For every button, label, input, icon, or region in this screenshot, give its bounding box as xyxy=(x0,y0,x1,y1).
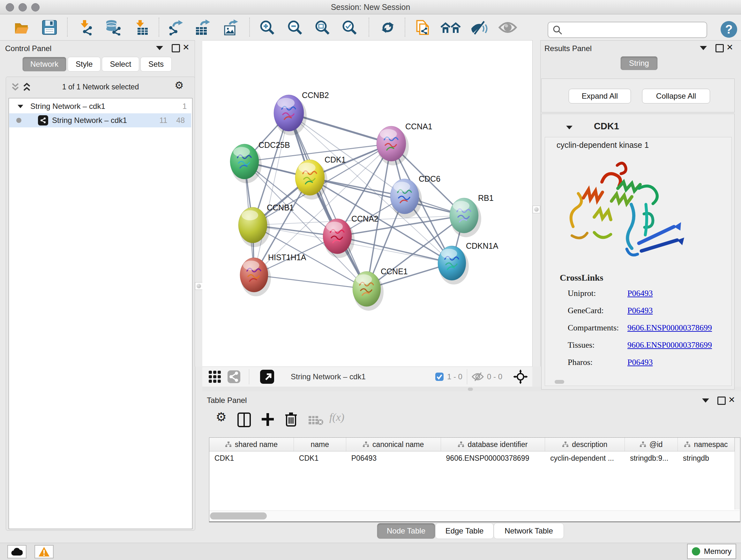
export-table-icon[interactable] xyxy=(195,19,211,36)
selected-checkbox-icon[interactable] xyxy=(435,372,444,381)
column-header-name[interactable]: name xyxy=(294,438,346,451)
left-splitter[interactable] xyxy=(195,40,203,367)
open-session-icon[interactable] xyxy=(13,19,29,36)
grid-view-icon[interactable] xyxy=(208,370,221,383)
memory-button[interactable]: Memory xyxy=(687,544,736,559)
collapse-all-button[interactable]: Collapse All xyxy=(642,89,710,104)
crosslink-link[interactable]: P06493 xyxy=(627,289,653,298)
close-panel-icon[interactable]: ✕ xyxy=(183,44,190,51)
network-canvas-svg[interactable]: CCNB2CCNA1CDC25BCDK1CDC6RB1CCNB1CCNA2CDK… xyxy=(202,41,532,367)
node-ccnb2[interactable]: CCNB2 xyxy=(274,91,329,135)
column-header-description[interactable]: description xyxy=(545,438,625,451)
crosslink-link[interactable]: P06493 xyxy=(627,358,653,367)
table-cell[interactable]: stringdb xyxy=(678,451,735,465)
import-network-database-icon[interactable] xyxy=(104,19,122,36)
clone-network-icon[interactable] xyxy=(414,19,432,36)
birds-eye-view-icon[interactable] xyxy=(513,369,528,384)
help-button[interactable]: ? xyxy=(721,21,737,38)
table-row[interactable]: CDK1CDK1P064939606.ENSP00000378699cyclin… xyxy=(209,451,735,465)
show-columns-icon[interactable] xyxy=(238,413,251,427)
float-panel-icon[interactable] xyxy=(702,398,709,402)
maximize-panel-icon[interactable] xyxy=(718,396,726,405)
save-session-icon[interactable] xyxy=(42,19,57,36)
tab-node-table[interactable]: Node Table xyxy=(377,523,435,539)
add-column-icon[interactable] xyxy=(261,413,274,427)
refresh-view-icon[interactable] xyxy=(380,19,396,36)
search-input[interactable] xyxy=(563,25,706,35)
table-cell[interactable]: cyclin-dependent ... xyxy=(545,451,625,465)
tab-network-table[interactable]: Network Table xyxy=(494,523,564,539)
network-canvas[interactable]: CCNB2CCNA1CDC25BCDK1CDC6RB1CCNB1CCNA2CDK… xyxy=(202,40,532,367)
table-cell[interactable]: P06493 xyxy=(346,451,441,465)
node-hist1h1a[interactable]: HIST1H1A xyxy=(240,253,307,296)
right-splitter-handle[interactable] xyxy=(533,206,540,213)
column-header-namespac[interactable]: namespac xyxy=(678,438,735,451)
crosslink-link[interactable]: 9606.ENSP00000378699 xyxy=(627,340,712,350)
zoom-in-icon[interactable] xyxy=(259,19,275,36)
tab-select[interactable]: Select xyxy=(102,57,139,71)
node-ccna1[interactable]: CCNA1 xyxy=(377,122,432,165)
tab-style[interactable]: Style xyxy=(68,57,100,71)
vertical-scrollbar[interactable] xyxy=(735,438,740,509)
expand-all-button[interactable]: Expand All xyxy=(569,89,631,104)
crosslink-link[interactable]: P06493 xyxy=(627,306,653,315)
node-cdk1[interactable]: CDK1 xyxy=(295,155,346,199)
node-cdkn1a[interactable]: CDKN1A xyxy=(438,241,498,285)
cloud-status-button[interactable] xyxy=(7,545,26,558)
network-options-gear-icon[interactable]: ⚙ xyxy=(175,80,184,90)
detach-view-icon[interactable] xyxy=(259,369,275,384)
maximize-panel-icon[interactable] xyxy=(716,44,724,52)
table-options-gear-icon[interactable]: ⚙ xyxy=(216,412,226,422)
gene-caret-icon[interactable] xyxy=(566,126,572,130)
node-cdc6[interactable]: CDC6 xyxy=(390,174,441,218)
float-panel-icon[interactable] xyxy=(700,46,707,50)
edge-ccnb2-hist1h1a[interactable] xyxy=(254,113,289,275)
table-cell[interactable]: CDK1 xyxy=(294,451,346,465)
node-ccnb1[interactable]: CCNB1 xyxy=(239,203,294,247)
warning-status-button[interactable] xyxy=(35,545,54,558)
maximize-panel-icon[interactable] xyxy=(172,44,180,52)
tab-network[interactable]: Network xyxy=(22,57,66,71)
horizontal-scrollbar-thumb[interactable] xyxy=(210,512,267,519)
column-header-@id[interactable]: @id xyxy=(625,438,678,451)
first-neighbors-icon[interactable] xyxy=(441,19,461,36)
zoom-selected-icon[interactable] xyxy=(341,19,357,36)
export-image-icon[interactable] xyxy=(223,19,239,36)
edge-ccnb2-ccne1[interactable] xyxy=(289,113,367,289)
left-splitter-handle[interactable] xyxy=(195,282,203,290)
node-cdc25b[interactable]: CDC25B xyxy=(230,140,290,183)
scrollbar-thumb[interactable] xyxy=(555,380,564,384)
delete-column-icon[interactable] xyxy=(285,412,297,427)
tab-sets[interactable]: Sets xyxy=(140,57,172,71)
tree-caret-icon[interactable] xyxy=(17,105,23,108)
network-badge-icon[interactable] xyxy=(227,370,241,383)
table-cell[interactable]: stringdb:9... xyxy=(625,451,678,465)
network-row[interactable]: String Network – cdk1 11 48 xyxy=(9,113,191,127)
right-splitter[interactable] xyxy=(532,40,541,367)
export-network-icon[interactable] xyxy=(167,19,184,36)
node-ccne1[interactable]: CCNE1 xyxy=(353,267,408,311)
show-all-icon[interactable] xyxy=(498,19,517,36)
zoom-out-icon[interactable] xyxy=(287,19,303,36)
zoom-fit-icon[interactable] xyxy=(314,19,330,36)
horizontal-splitter-handle[interactable] xyxy=(468,388,473,391)
table-cell[interactable]: CDK1 xyxy=(209,451,294,465)
node-rb1[interactable]: RB1 xyxy=(450,193,494,237)
close-panel-icon[interactable]: ✕ xyxy=(728,396,735,403)
table-cell[interactable]: 9606.ENSP00000378699 xyxy=(441,451,545,465)
column-header-database-identifier[interactable]: database identifier xyxy=(441,438,545,451)
tab-string[interactable]: String xyxy=(620,56,658,70)
tab-edge-table[interactable]: Edge Table xyxy=(435,523,494,539)
close-panel-icon[interactable]: ✕ xyxy=(726,44,733,51)
float-panel-icon[interactable] xyxy=(156,46,163,50)
column-header-shared-name[interactable]: shared name xyxy=(209,438,294,451)
crosslink-link[interactable]: 9606.ENSP00000378699 xyxy=(627,323,712,333)
protein-structure-image[interactable] xyxy=(563,150,685,271)
horizontal-scrollbar[interactable] xyxy=(209,510,740,521)
edge-hist1h1a-ccne1[interactable] xyxy=(254,275,367,289)
hide-selected-icon[interactable] xyxy=(470,19,488,36)
import-table-file-icon[interactable] xyxy=(133,19,149,36)
network-collection-row[interactable]: String Network – cdk1 1 xyxy=(9,99,191,113)
import-network-file-icon[interactable] xyxy=(77,19,93,36)
column-header-canonical-name[interactable]: canonical name xyxy=(346,438,441,451)
